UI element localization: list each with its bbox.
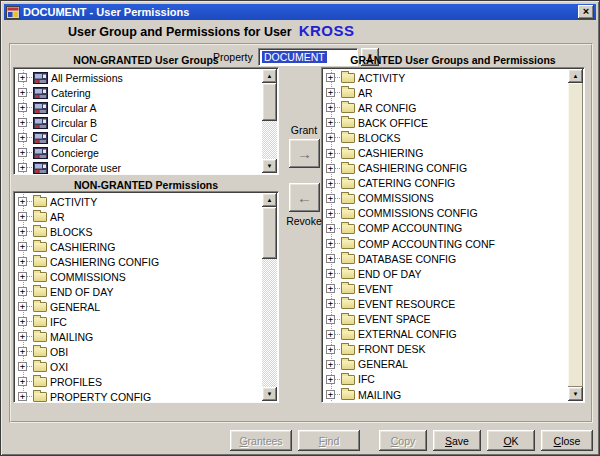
tree-item[interactable]: + CASHIERING CONFIG bbox=[326, 161, 584, 176]
expand-icon[interactable]: + bbox=[18, 257, 27, 266]
expand-icon[interactable]: + bbox=[18, 332, 27, 341]
expand-icon[interactable]: + bbox=[18, 377, 27, 386]
tree-item[interactable]: + COMP ACCOUNTING bbox=[326, 221, 584, 236]
tree-item[interactable]: + OXI bbox=[18, 359, 278, 374]
expand-icon[interactable]: + bbox=[326, 149, 335, 158]
expand-icon[interactable]: + bbox=[18, 272, 27, 281]
find-button[interactable]: Find bbox=[298, 430, 360, 451]
expand-icon[interactable]: + bbox=[18, 212, 27, 221]
scroll-down-icon[interactable]: ▼ bbox=[568, 387, 583, 401]
tree-item[interactable]: + MAILING bbox=[326, 387, 584, 402]
expand-icon[interactable]: + bbox=[326, 164, 335, 173]
tree-item[interactable]: + Concierge bbox=[18, 145, 278, 160]
grantees-button[interactable]: Grantees bbox=[230, 430, 292, 451]
expand-icon[interactable]: + bbox=[326, 118, 335, 127]
expand-icon[interactable]: + bbox=[18, 133, 27, 142]
expand-icon[interactable]: + bbox=[18, 302, 27, 311]
expand-icon[interactable]: + bbox=[18, 88, 27, 97]
save-button[interactable]: Save bbox=[433, 430, 481, 451]
tree-item[interactable]: + EVENT bbox=[326, 281, 584, 296]
tree-item[interactable]: + GENERAL bbox=[18, 299, 278, 314]
tree-item[interactable]: + DATABASE CONFIG bbox=[326, 251, 584, 266]
tree-item[interactable]: + EVENT RESOURCE bbox=[326, 296, 584, 311]
expand-icon[interactable]: + bbox=[326, 194, 335, 203]
expand-icon[interactable]: + bbox=[18, 148, 27, 157]
tree-item[interactable]: + OBI bbox=[18, 344, 278, 359]
scroll-down-icon[interactable]: ▼ bbox=[262, 159, 277, 173]
expand-icon[interactable]: + bbox=[18, 103, 27, 112]
tree-item[interactable]: + All Permissions bbox=[18, 70, 278, 85]
scrollbar-thumb[interactable] bbox=[568, 83, 583, 387]
tree-item[interactable]: + BLOCKS bbox=[18, 224, 278, 239]
tree-item[interactable]: + ACTIVITY bbox=[326, 70, 584, 85]
copy-button[interactable]: Copy bbox=[379, 430, 427, 451]
tree-item[interactable]: + BLOCKS bbox=[326, 130, 584, 145]
expand-icon[interactable]: + bbox=[326, 269, 335, 278]
tree-item[interactable]: + FRONT DESK bbox=[326, 342, 584, 357]
tree-item[interactable]: + COMP ACCOUNTING CONF bbox=[326, 236, 584, 251]
tree-item[interactable]: + CATERING CONFIG bbox=[326, 176, 584, 191]
expand-icon[interactable]: + bbox=[326, 330, 335, 339]
expand-icon[interactable]: + bbox=[326, 345, 335, 354]
scroll-up-icon[interactable]: ▲ bbox=[262, 69, 277, 83]
tree-item[interactable]: + EVENT SPACE bbox=[326, 312, 584, 327]
expand-icon[interactable]: + bbox=[18, 347, 27, 356]
tree-item[interactable]: + IFC bbox=[18, 314, 278, 329]
expand-icon[interactable]: + bbox=[326, 299, 335, 308]
scrollbar-thumb[interactable] bbox=[262, 83, 277, 121]
expand-icon[interactable]: + bbox=[18, 118, 27, 127]
expand-icon[interactable]: + bbox=[18, 227, 27, 236]
expand-icon[interactable]: + bbox=[326, 360, 335, 369]
expand-icon[interactable]: + bbox=[326, 315, 335, 324]
scroll-up-icon[interactable]: ▲ bbox=[262, 193, 277, 207]
tree-item[interactable]: + COMMISSIONS CONFIG bbox=[326, 206, 584, 221]
tree-item[interactable]: + MAILING bbox=[18, 329, 278, 344]
scrollbar[interactable]: ▲ ▼ bbox=[262, 193, 277, 401]
expand-icon[interactable]: + bbox=[326, 209, 335, 218]
tree-item[interactable]: + EXTERNAL CONFIG bbox=[326, 327, 584, 342]
title-bar[interactable]: DOCUMENT - User Permissions × bbox=[4, 4, 596, 20]
tree-item[interactable]: + Corporate user bbox=[18, 160, 278, 175]
tree-item[interactable]: + CASHIERING CONFIG bbox=[18, 254, 278, 269]
tree-item[interactable]: + COMMISSIONS bbox=[18, 269, 278, 284]
scroll-up-icon[interactable]: ▲ bbox=[568, 69, 583, 83]
scroll-down-icon[interactable]: ▼ bbox=[262, 387, 277, 401]
tree-item[interactable]: + END OF DAY bbox=[18, 284, 278, 299]
expand-icon[interactable]: + bbox=[326, 284, 335, 293]
grant-button[interactable]: → bbox=[289, 139, 320, 168]
tree-item[interactable]: + Circular C bbox=[18, 130, 278, 145]
scrollbar[interactable]: ▲ ▼ bbox=[262, 69, 277, 173]
tree-item[interactable]: + GENERAL bbox=[326, 357, 584, 372]
tree-item[interactable]: + COMMISSIONS bbox=[326, 191, 584, 206]
expand-icon[interactable]: + bbox=[18, 317, 27, 326]
granted-list[interactable]: + ACTIVITY + AR + AR CONFIG bbox=[321, 67, 585, 403]
expand-icon[interactable]: + bbox=[18, 73, 27, 82]
tree-item[interactable]: + Circular B bbox=[18, 115, 278, 130]
revoke-button[interactable]: ← bbox=[289, 183, 320, 212]
scrollbar-thumb[interactable] bbox=[262, 207, 277, 259]
tree-item[interactable]: + ACTIVITY bbox=[18, 194, 278, 209]
expand-icon[interactable]: + bbox=[326, 103, 335, 112]
expand-icon[interactable]: + bbox=[18, 287, 27, 296]
expand-icon[interactable]: + bbox=[326, 224, 335, 233]
non-granted-groups-list[interactable]: + All Permissions + bbox=[13, 67, 279, 175]
expand-icon[interactable]: + bbox=[326, 390, 335, 399]
expand-icon[interactable]: + bbox=[18, 392, 27, 401]
tree-item[interactable]: + Catering bbox=[18, 85, 278, 100]
expand-icon[interactable]: + bbox=[326, 254, 335, 263]
tree-item[interactable]: + PROFILES bbox=[18, 374, 278, 389]
tree-item[interactable]: + CASHIERING bbox=[18, 239, 278, 254]
tree-item[interactable]: + AR bbox=[18, 209, 278, 224]
scrollbar[interactable]: ▲ ▼ bbox=[568, 69, 583, 401]
expand-icon[interactable]: + bbox=[18, 163, 27, 172]
tree-item[interactable]: + AR CONFIG bbox=[326, 100, 584, 115]
expand-icon[interactable]: + bbox=[18, 362, 27, 371]
tree-item[interactable]: + IFC bbox=[326, 372, 584, 387]
tree-item[interactable]: + Circular A bbox=[18, 100, 278, 115]
expand-icon[interactable]: + bbox=[18, 242, 27, 251]
tree-item[interactable]: + AR bbox=[326, 85, 584, 100]
close-button[interactable]: × bbox=[578, 5, 594, 19]
expand-icon[interactable]: + bbox=[326, 133, 335, 142]
expand-icon[interactable]: + bbox=[326, 375, 335, 384]
expand-icon[interactable]: + bbox=[326, 239, 335, 248]
